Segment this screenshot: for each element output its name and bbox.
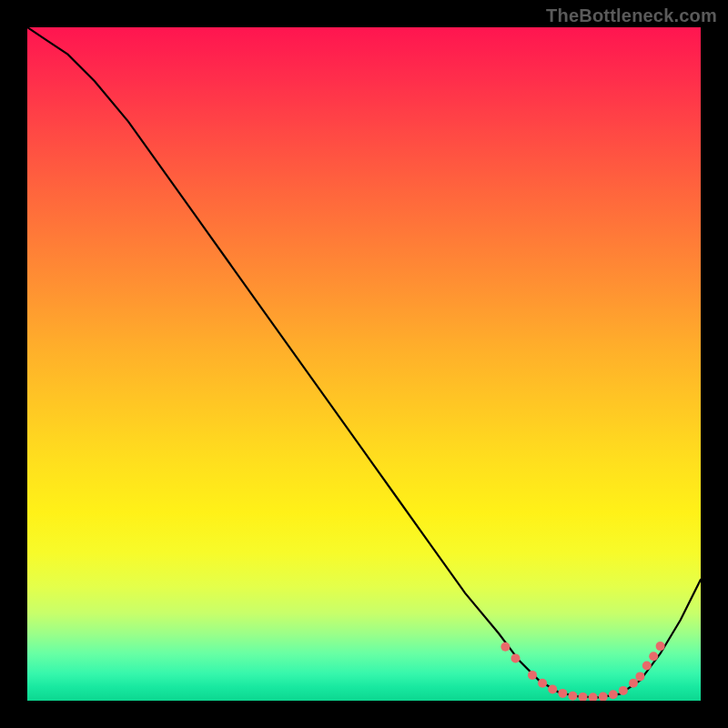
highlight-dot: [609, 690, 618, 699]
chart-frame: TheBottleneck.com: [0, 0, 728, 728]
highlight-dot: [589, 693, 598, 701]
highlight-dot: [629, 679, 638, 688]
highlight-dot: [635, 672, 644, 681]
highlight-dot: [642, 662, 652, 671]
highlight-dot: [619, 686, 628, 695]
highlight-dot: [511, 653, 521, 662]
highlight-dot: [500, 642, 510, 652]
highlight-dot: [599, 693, 608, 701]
plot-area: [27, 27, 701, 701]
highlight-dot: [548, 684, 557, 693]
highlight-dot: [528, 671, 537, 680]
highlight-dot: [568, 692, 577, 701]
bottleneck-curve-path: [27, 27, 701, 697]
highlight-dot: [579, 693, 588, 701]
highlight-dot: [538, 679, 547, 688]
highlight-dot: [656, 642, 665, 651]
highlight-dot: [649, 652, 658, 661]
highlight-dots-group: [500, 642, 664, 701]
curve-layer: [27, 27, 701, 701]
watermark-label: TheBottleneck.com: [546, 5, 717, 26]
highlight-dot: [558, 689, 567, 698]
